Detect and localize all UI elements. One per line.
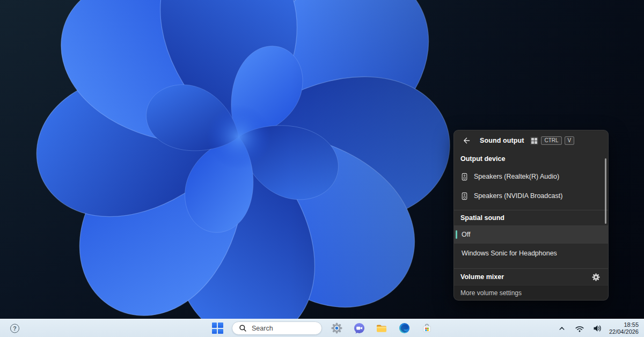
more-volume-settings-label: More volume settings <box>460 289 522 297</box>
volume-mixer-settings-button[interactable] <box>590 271 602 283</box>
speaker-device-icon <box>460 192 469 200</box>
back-button[interactable] <box>460 135 472 146</box>
help-question-mark: ? <box>13 325 16 332</box>
selected-accent-bar <box>456 230 457 239</box>
help-button[interactable]: ? <box>10 324 19 333</box>
output-device-label: Output device <box>454 151 608 167</box>
taskbar-clock[interactable]: 18:55 22/04/2026 <box>609 321 639 335</box>
chat-app-button[interactable] <box>351 320 367 336</box>
settings-gear-icon <box>331 322 343 334</box>
volume-button[interactable] <box>591 321 603 335</box>
chat-icon <box>353 322 365 334</box>
settings-app-button[interactable] <box>328 320 345 336</box>
wifi-icon <box>575 324 584 333</box>
device-label: Speakers (NVIDIA Broadcast) <box>474 192 562 200</box>
spatial-sound-label: Spatial sound <box>454 210 608 225</box>
keycap-v: V <box>565 136 575 145</box>
device-label: Speakers (Realtek(R) Audio) <box>474 173 559 180</box>
spatial-option-windows-sonic[interactable]: Windows Sonic for Headphones <box>454 244 608 263</box>
taskbar-search-box[interactable] <box>232 321 322 335</box>
flyout-title: Sound output <box>480 137 524 144</box>
windows-start-icon <box>212 323 223 334</box>
chevron-up-icon <box>558 324 566 333</box>
flyout-scrollbar[interactable] <box>605 158 606 224</box>
device-row-nvidia[interactable]: Speakers (NVIDIA Broadcast) <box>454 186 608 206</box>
edge-icon <box>398 322 411 334</box>
system-tray: 18:55 22/04/2026 <box>556 319 639 337</box>
option-label: Off <box>462 231 470 238</box>
speaker-device-icon <box>460 173 469 181</box>
taskbar: ? <box>0 319 644 337</box>
clock-date: 22/04/2026 <box>609 328 639 335</box>
network-button[interactable] <box>574 321 586 335</box>
gear-icon <box>592 273 600 281</box>
device-row-realtek[interactable]: Speakers (Realtek(R) Audio) <box>454 167 608 186</box>
desktop: Sound output CTRL V Output device Speake… <box>0 0 644 337</box>
tray-overflow-button[interactable] <box>556 321 568 335</box>
sound-output-flyout: Sound output CTRL V Output device Speake… <box>453 130 609 301</box>
windows-key-icon <box>530 137 538 145</box>
clock-time: 18:55 <box>609 321 639 328</box>
microsoft-store-icon <box>421 322 433 334</box>
speaker-volume-icon <box>592 324 602 333</box>
file-explorer-button[interactable] <box>374 320 390 336</box>
volume-mixer-label: Volume mixer <box>460 273 504 281</box>
option-label: Windows Sonic for Headphones <box>462 250 557 257</box>
file-explorer-icon <box>375 322 388 335</box>
search-input[interactable] <box>252 325 311 332</box>
more-volume-settings-link[interactable]: More volume settings <box>454 285 608 300</box>
spatial-option-off[interactable]: Off <box>454 225 608 244</box>
microsoft-store-button[interactable] <box>419 320 435 336</box>
keycap-ctrl: CTRL <box>541 136 561 145</box>
search-icon <box>239 324 247 332</box>
start-button[interactable] <box>209 320 225 336</box>
taskbar-center-icons <box>209 319 435 337</box>
shortcut-hint: CTRL V <box>530 136 574 145</box>
edge-browser-button[interactable] <box>396 320 412 336</box>
back-arrow-icon <box>462 136 471 145</box>
volume-mixer-row: Volume mixer <box>454 269 608 285</box>
flyout-header: Sound output CTRL V <box>454 130 608 151</box>
